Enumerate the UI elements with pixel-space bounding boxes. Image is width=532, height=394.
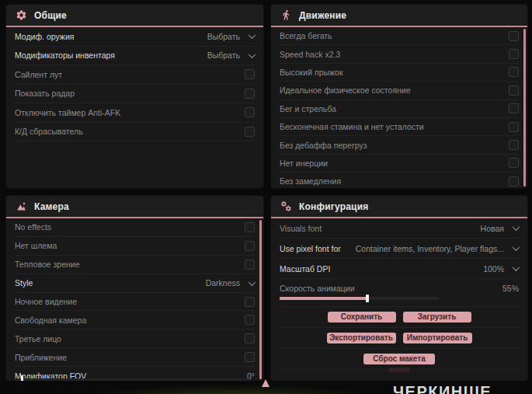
button-row-save-load: Сохранить Загрузить xyxy=(280,307,519,328)
checkbox[interactable] xyxy=(245,89,255,99)
checkbox[interactable] xyxy=(509,67,519,77)
toggle-row-no-helmet[interactable]: Нет шлема xyxy=(15,237,255,256)
checkbox[interactable] xyxy=(245,69,255,79)
import-button[interactable]: Импортировать xyxy=(403,333,472,343)
toggle-row-anti-afk[interactable]: Отключить таймер Anti-AFK xyxy=(15,103,255,123)
checkbox[interactable] xyxy=(245,222,255,232)
row-label: Показать радар xyxy=(15,89,75,98)
panel-movement-header[interactable]: Движение xyxy=(271,5,527,26)
toggle-row-cd-reset[interactable]: К/Д сбрасыватель xyxy=(15,123,255,142)
checkbox[interactable] xyxy=(245,127,255,137)
load-button[interactable]: Загрузить xyxy=(403,312,471,323)
toggle-row-perfect-condition[interactable]: Идеальное физическое состояние xyxy=(280,82,519,99)
row-label: Visuals font xyxy=(280,224,322,233)
panel-camera: Камера No effects Нет шлема Тепловое зре… xyxy=(6,196,263,381)
row-label: Нет инерции xyxy=(280,159,328,168)
dropdown-row-visuals-font: Visuals font Новая xyxy=(280,218,519,239)
button-row-reset-layout: Сброс макета меню xyxy=(280,349,519,370)
checkbox[interactable] xyxy=(245,333,255,343)
dropdown-value: Выбрать xyxy=(207,32,240,41)
animation-speed-value: 55% xyxy=(502,284,519,293)
inventory-mods-dropdown[interactable]: Выбрать xyxy=(207,51,255,60)
gears-icon xyxy=(280,200,292,212)
checkbox[interactable] xyxy=(245,107,255,117)
game-world-foliage xyxy=(70,385,396,394)
dropdown-row-pixel-font: Use pixel font for Container items, Inve… xyxy=(280,239,519,259)
export-button[interactable]: Экспортировать xyxy=(327,333,396,343)
visuals-font-dropdown[interactable]: Новая xyxy=(481,224,519,233)
toggle-row-thermal-vision[interactable]: Тепловое зрение xyxy=(15,256,255,274)
panel-config-header[interactable]: Конфигурация xyxy=(271,196,527,217)
panel-title: Конфигурация xyxy=(299,201,368,212)
checkbox[interactable] xyxy=(509,49,519,59)
panel-title: Движение xyxy=(299,10,346,21)
panel-title: Общие xyxy=(34,10,67,21)
scrollbar[interactable] xyxy=(259,220,262,379)
checkbox[interactable] xyxy=(245,241,255,251)
chevron-down-icon xyxy=(513,263,520,271)
checkbox[interactable] xyxy=(509,85,519,96)
row-label: Модиф. оружия xyxy=(15,32,74,41)
row-label: Свободная камера xyxy=(15,316,86,325)
checkbox[interactable] xyxy=(245,260,255,270)
style-dropdown[interactable]: Darkness xyxy=(206,278,255,288)
row-label: Нет шлема xyxy=(15,241,57,250)
toggle-row-night-vision[interactable]: Ночное видение xyxy=(15,293,255,312)
dropdown-value: Darkness xyxy=(206,278,240,288)
panel-movement: Движение Всегда бегать Speed hack x2.3 В… xyxy=(271,5,527,188)
dropdown-row-weapon-mods: Модиф. оружия Выбрать xyxy=(15,27,255,47)
dpi-scale-dropdown[interactable]: 100% xyxy=(483,264,519,274)
row-label: Высокий прыжок xyxy=(280,68,343,77)
panel-general: Общие Модиф. оружия Выбрать Модификаторы… xyxy=(6,5,263,188)
toggle-row-high-jump[interactable]: Высокий прыжок xyxy=(280,64,519,82)
row-label: Приближение xyxy=(15,353,67,362)
checkbox[interactable] xyxy=(509,122,519,132)
checkbox[interactable] xyxy=(509,140,519,150)
toggle-row-show-radar[interactable]: Показать радар xyxy=(15,85,255,104)
toggle-row-no-overload-debuff[interactable]: Без дебаффа перегруз xyxy=(280,136,519,154)
checkbox[interactable] xyxy=(509,176,519,187)
checkbox[interactable] xyxy=(509,31,519,41)
row-label: К/Д сбрасыватель xyxy=(15,127,83,136)
checkbox[interactable] xyxy=(509,158,519,168)
toggle-row-free-camera[interactable]: Свободная камера xyxy=(15,311,255,329)
dropdown-value: Новая xyxy=(481,224,504,233)
panel-general-header[interactable]: Общие xyxy=(6,5,263,26)
toggle-row-third-person[interactable]: Третье лицо xyxy=(15,329,255,348)
weapon-mods-dropdown[interactable]: Выбрать xyxy=(207,32,255,41)
toggle-row-no-inertia[interactable]: Нет инерции xyxy=(280,155,519,173)
toggle-row-always-run[interactable]: Всегда бегать xyxy=(280,27,519,45)
dropdown-value: Container items, Inventory, Player flags… xyxy=(356,244,504,253)
row-label: Use pixel font for xyxy=(280,244,341,253)
reset-menu-layout-button[interactable]: Сброс макета меню xyxy=(363,354,435,364)
toggle-row-speed-hack[interactable]: Speed hack x2.3 xyxy=(280,45,519,63)
pixel-font-dropdown[interactable]: Container items, Inventory, Player flags… xyxy=(356,244,519,253)
button-row-export-import: Экспортировать Импортировать xyxy=(280,328,519,349)
chevron-down-icon xyxy=(249,31,256,39)
slider-row-animation-speed: Скорость анимации 55% xyxy=(280,279,519,307)
scrollbar[interactable] xyxy=(523,29,526,187)
toggle-row-no-effects[interactable]: No effects xyxy=(15,218,255,237)
toggle-row-run-and-shoot[interactable]: Бег и стрельба xyxy=(280,100,519,118)
fov-slider-handle[interactable] xyxy=(21,375,23,381)
slider-handle[interactable] xyxy=(366,295,369,302)
checkbox[interactable] xyxy=(509,103,519,113)
panel-config: Конфигурация Visuals font Новая Use pixe… xyxy=(271,196,527,381)
checkbox[interactable] xyxy=(245,297,255,307)
toggle-row-infinite-stamina[interactable]: Бесконечная стамина и нет усталости xyxy=(280,118,519,136)
toggle-row-silent-loot[interactable]: Сайлент лут xyxy=(15,65,255,85)
save-button[interactable]: Сохранить xyxy=(328,312,396,323)
row-label: Тепловое зрение xyxy=(15,260,80,269)
checkbox[interactable] xyxy=(245,315,255,325)
toggle-row-zoom[interactable]: Приближение xyxy=(15,348,255,367)
dropdown-row-style: Style Darkness xyxy=(15,274,255,293)
location-text: ЧЕРКИНШЕ xyxy=(393,383,492,394)
chevron-down-icon xyxy=(513,223,520,231)
chevron-down-icon xyxy=(249,51,256,58)
panel-title: Камера xyxy=(34,201,69,212)
panel-camera-header[interactable]: Камера xyxy=(6,196,263,217)
animation-speed-slider[interactable] xyxy=(280,297,439,300)
toggle-row-no-slowdown[interactable]: Без замедления xyxy=(280,173,519,188)
row-label: Без дебаффа перегруз xyxy=(280,141,367,150)
checkbox[interactable] xyxy=(245,352,255,362)
